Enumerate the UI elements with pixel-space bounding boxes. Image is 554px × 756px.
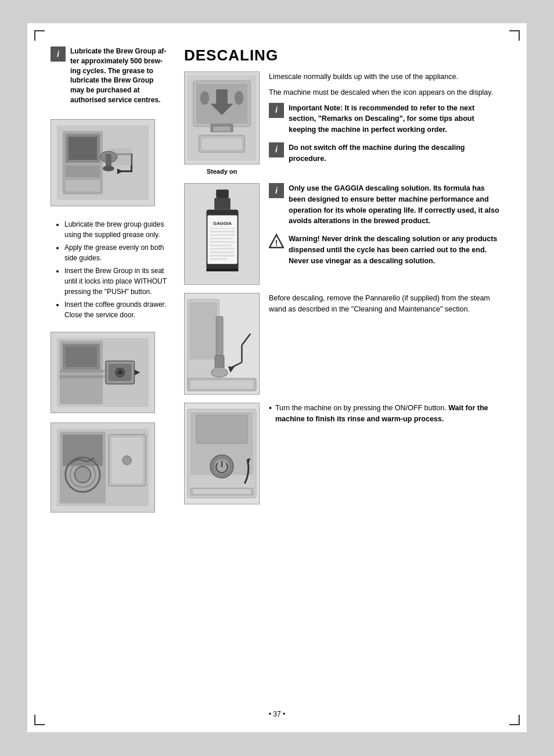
steady-on-svg (185, 71, 259, 164)
svg-rect-62 (210, 258, 227, 260)
svg-rect-69 (216, 317, 223, 357)
lubricate-instruction-text: Lubricate the Brew Group af-ter approxim… (70, 46, 167, 105)
svg-rect-60 (210, 252, 233, 253)
svg-point-42 (235, 91, 244, 105)
descaling-title: DESCALING (184, 46, 503, 65)
brew-group-svg-2 (51, 332, 154, 413)
steady-on-image-col: Steady on (184, 71, 260, 175)
on-off-section: • Turn the machine on by pressing the ON… (184, 403, 503, 504)
note-3-text-col: i Only use the GAGGIA descaling solution… (269, 183, 503, 273)
bottle-section: GAGGIA (184, 183, 503, 285)
steam-wand-section: Before descaling, remove the Pannarello … (184, 293, 503, 395)
brew-group-image-1 (51, 119, 155, 206)
info-icon-note1: i (269, 103, 284, 118)
svg-rect-6 (66, 180, 100, 191)
page-number: • 37 • (269, 710, 285, 718)
svg-rect-57 (210, 241, 235, 243)
warning-block: ! Warning! Never drink the descaling sol… (269, 234, 503, 266)
svg-point-23 (118, 370, 123, 375)
svg-rect-46 (213, 127, 231, 131)
last-bullet-text-col: • Turn the machine on by pressing the ON… (269, 403, 503, 425)
svg-rect-29 (63, 434, 103, 465)
svg-rect-25 (60, 375, 109, 378)
intro-text: Limescale normally builds up with the us… (269, 71, 503, 171)
svg-rect-68 (189, 302, 217, 359)
svg-text:!: ! (275, 238, 278, 248)
steam-wand-image-col (184, 293, 260, 395)
corner-mark-bl (34, 715, 45, 725)
svg-text:GAGGIA: GAGGIA (213, 221, 232, 226)
svg-rect-56 (210, 238, 232, 239)
info-icon-note3: i (269, 183, 284, 198)
svg-point-32 (75, 467, 91, 483)
note-2-block: i Do not switch off the machine during t… (269, 142, 503, 164)
right-column: DESCALING (184, 46, 503, 697)
svg-rect-24 (60, 370, 109, 372)
svg-rect-59 (210, 248, 235, 250)
descaling-bottle-image: GAGGIA (184, 183, 260, 285)
svg-rect-58 (210, 245, 231, 246)
svg-point-41 (200, 91, 210, 105)
note-1-block: i Important Note: It is recommended to r… (269, 103, 503, 135)
steady-on-image (184, 71, 260, 164)
corner-mark-tl (34, 30, 45, 41)
corner-mark-br (509, 715, 520, 725)
on-off-svg (185, 403, 259, 504)
svg-rect-63 (206, 268, 238, 271)
info-icon-lubricate: i (51, 46, 66, 62)
svg-rect-61 (210, 255, 235, 256)
warning-text: Warning! Never drink the descaling solut… (289, 234, 503, 266)
svg-rect-49 (214, 198, 231, 210)
corner-mark-tr (509, 30, 520, 41)
svg-rect-85 (193, 489, 250, 494)
lubricate-instruction-block: i Lubricate the Brew Group af-ter approx… (51, 46, 167, 105)
brew-group-image-3 (51, 422, 155, 513)
steam-wand-image (184, 293, 260, 395)
svg-rect-48 (216, 189, 229, 198)
note-3-text: Only use the GAGGIA descaling solution. … (289, 183, 503, 227)
svg-rect-70 (215, 356, 224, 370)
svg-point-11 (103, 166, 114, 171)
svg-rect-5 (66, 166, 100, 177)
steady-on-label: Steady on (207, 168, 238, 175)
bullet-item: Lubricate the brew group guides using th… (64, 219, 167, 240)
svg-rect-80 (196, 415, 248, 443)
bottle-svg: GAGGIA (185, 183, 259, 285)
note-3-block: i Only use the GAGGIA descaling solution… (269, 183, 503, 227)
note-2-text: Do not switch off the machine during the… (289, 142, 503, 164)
last-bullet-item: • Turn the machine on by pressing the ON… (269, 403, 503, 425)
note-1-text: Important Note: It is recommended to ref… (289, 103, 503, 135)
svg-rect-44 (202, 138, 242, 149)
steam-wand-svg (185, 293, 259, 395)
brew-group-image-2 (51, 332, 155, 413)
svg-rect-76 (190, 381, 253, 389)
steady-on-section: Steady on Limescale normally builds up w… (184, 71, 503, 175)
brew-group-svg-1 (51, 119, 154, 206)
on-off-image (184, 403, 260, 504)
lubricate-bullet-list: Lubricate the brew group guides using th… (55, 219, 167, 323)
intro-para-2: The machine must be descaled when the ic… (269, 87, 503, 98)
svg-point-36 (123, 456, 132, 465)
svg-rect-18 (66, 346, 97, 367)
svg-rect-4 (69, 137, 97, 160)
before-descaling-text: Before descaling, remove the Pannarello … (269, 293, 503, 315)
warning-icon: ! (269, 234, 284, 249)
bullet-item: Insert the Brew Group in its seat until … (64, 266, 167, 297)
svg-rect-55 (210, 234, 235, 236)
svg-rect-54 (210, 231, 235, 232)
bottle-image-col: GAGGIA (184, 183, 260, 285)
brew-group-svg-3 (51, 422, 154, 513)
bullet-item: Insert the coffee grounds drawer. Close … (64, 299, 167, 320)
on-off-image-col (184, 403, 260, 504)
left-column: i Lubricate the Brew Group af-ter approx… (51, 46, 167, 697)
svg-rect-72 (214, 368, 225, 375)
bullet-item: Apply the grease evenly on both side gui… (64, 242, 167, 263)
info-icon-note2: i (269, 142, 284, 157)
before-descaling-text-col: Before descaling, remove the Pannarello … (269, 293, 503, 320)
intro-para-1: Limescale normally builds up with the us… (269, 71, 503, 83)
